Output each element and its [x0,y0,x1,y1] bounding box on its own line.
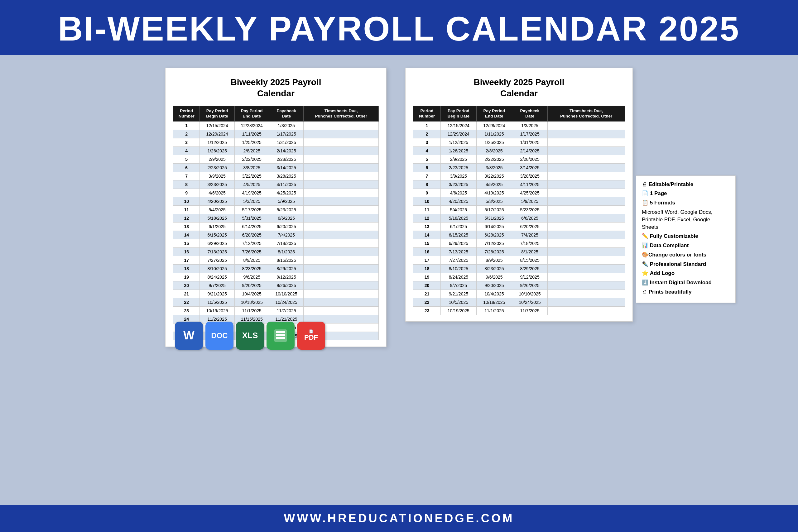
table-row: 219/21/202510/4/202510/10/2025 [173,289,379,298]
info-download: ⬇️ Instant Digital Download [642,279,730,286]
table-row: 112/15/202412/28/20241/3/2025 [173,121,379,130]
table-row: 125/18/20255/31/20256/6/2025 [173,214,379,222]
info-pages: 📄 1 Page [642,190,730,197]
table-row: 188/10/20258/23/20258/29/2025 [413,264,625,273]
info-prints: 🖨 Prints beautifully [642,288,730,296]
table-row: 52/9/20252/22/20252/28/2025 [413,155,625,163]
table-row: 52/9/20252/22/20252/28/2025 [173,155,379,163]
second-card-wrapper: Biweekly 2025 PayrollCalendar PeriodNumb… [405,68,633,322]
table-row: 73/9/20253/22/20253/28/2025 [173,172,379,180]
table-row: 83/23/20254/5/20254/11/2025 [413,180,625,189]
table-row: 177/27/20258/9/20258/15/2025 [173,256,379,264]
col2-begin: Pay PeriodBegin Date [440,106,476,121]
col-timesheets: Timesheets Due,Punches Corrected. Other [304,106,379,121]
svg-rect-1 [276,331,285,333]
table-row: 104/20/20255/3/20255/9/2025 [173,197,379,205]
calendar-2-title: Biweekly 2025 PayrollCalendar [413,77,625,99]
calendar-card-2: Biweekly 2025 PayrollCalendar PeriodNumb… [405,68,633,322]
table-row: 115/4/20255/17/20255/23/2025 [413,205,625,214]
table-row: 94/6/20254/19/20254/25/2025 [413,189,625,197]
info-logo: ⭐ Add Logo [642,270,730,277]
col-end: Pay PeriodEnd Date [234,106,269,121]
table-row: 156/29/20257/12/20257/18/2025 [173,239,379,247]
main-content: Biweekly 2025 PayrollCalendar PeriodNumb… [0,55,798,505]
page-title: BI-WEEKLY PAYROLL CALENDAR 2025 [6,9,792,48]
info-colors: 🎨Change colors or fonts [642,251,730,259]
table-row: 167/13/20257/26/20258/1/2025 [173,247,379,256]
xls-icon: XLS [236,322,264,350]
info-editable: 🖨 Editable/Printable [642,181,730,188]
info-formats-detail: Microsoft Word, Google Docs,Printable PD… [642,209,730,231]
table-row: 62/23/20253/8/20253/14/2025 [173,163,379,172]
table-row: 2210/5/202510/18/202510/24/2025 [413,298,625,306]
page-footer: WWW.HREDUCATIONEDGE.COM [0,505,798,532]
table-row: 219/21/202510/4/202510/10/2025 [413,289,625,298]
sheets-icon [267,322,294,350]
table-row: 212/29/20241/11/20251/17/2025 [413,130,625,138]
payroll-table-2: PeriodNumber Pay PeriodBegin Date Pay Pe… [413,106,625,315]
footer-url: WWW.HREDUCATIONEDGE.COM [6,512,792,525]
info-customizable: ✏️ Fully Customizable [642,232,730,240]
info-formats: 📋 5 Formats [642,199,730,207]
table-row: 209/7/20259/20/20259/26/2025 [173,281,379,289]
col2-end: Pay PeriodEnd Date [476,106,512,121]
table-row: 198/24/20259/6/20259/12/2025 [413,273,625,281]
table-row: 146/15/20256/28/20257/4/2025 [413,231,625,239]
table-row: 62/23/20253/8/20253/14/2025 [413,163,625,172]
table-row: 31/12/20251/25/20251/31/2025 [413,138,625,147]
table-row: 115/4/20255/17/20255/23/2025 [173,205,379,214]
table-row: 2210/5/202510/18/202510/24/2025 [173,298,379,306]
info-box: 🖨 Editable/Printable 📄 1 Page 📋 5 Format… [636,175,736,303]
table-row: 212/29/20241/11/20251/17/2025 [173,130,379,138]
table-row: 125/18/20255/31/20256/6/2025 [413,214,625,222]
table-row: 2310/19/202511/1/202511/7/2025 [413,306,625,315]
table-row: 209/7/20259/20/20259/26/2025 [413,281,625,289]
table-row: 188/10/20258/23/20258/29/2025 [173,264,379,273]
calendar-1-title: Biweekly 2025 PayrollCalendar [173,77,379,99]
svg-rect-3 [276,337,285,339]
table-row: 73/9/20253/22/20253/28/2025 [413,172,625,180]
calendar-card-1: Biweekly 2025 PayrollCalendar PeriodNumb… [165,68,386,347]
payroll-table-1: PeriodNumber Pay PeriodBegin Date Pay Pe… [173,106,379,340]
col2-paycheck: PaycheckDate [512,106,547,121]
svg-rect-2 [276,334,285,336]
table-row: 112/15/202412/28/20241/3/2025 [413,121,625,130]
col-paycheck: PaycheckDate [269,106,304,121]
info-compliant: 📊 Data Compliant [642,242,730,249]
table-row: 136/1/20256/14/20256/20/2025 [413,222,625,231]
table-row: 41/26/20252/8/20252/14/2025 [173,147,379,155]
col-period: PeriodNumber [173,106,200,121]
word-icon: W [175,322,203,350]
table-row: 83/23/20254/5/20254/11/2025 [173,180,379,189]
table-row: 198/24/20259/6/20259/12/2025 [173,273,379,281]
col-begin: Pay PeriodBegin Date [200,106,234,121]
table-row: 177/27/20258/9/20258/15/2025 [413,256,625,264]
table-row: 31/12/20251/25/20251/31/2025 [173,138,379,147]
pdf-icon: 📄 PDF [297,322,325,350]
col2-period: PeriodNumber [413,106,441,121]
doc-icon: DOC [205,322,233,350]
table-row: 167/13/20257/26/20258/1/2025 [413,247,625,256]
info-professional: ✒️ Professional Standard [642,261,730,268]
table-row: 104/20/20255/3/20255/9/2025 [413,197,625,205]
page-header: BI-WEEKLY PAYROLL CALENDAR 2025 [0,0,798,55]
table-row: 136/1/20256/14/20256/20/2025 [173,222,379,231]
col2-timesheets: Timesheets Due,Punches Corrected. Other [548,106,625,121]
table-row: 41/26/20252/8/20252/14/2025 [413,147,625,155]
table-row: 146/15/20256/28/20257/4/2025 [173,231,379,239]
table-row: 156/29/20257/12/20257/18/2025 [413,239,625,247]
format-icons: W DOC XLS 📄 PDF [175,322,325,350]
table-row: 2310/19/202511/1/202511/7/2025 [173,306,379,315]
table-row: 94/6/20254/19/20254/25/2025 [173,189,379,197]
